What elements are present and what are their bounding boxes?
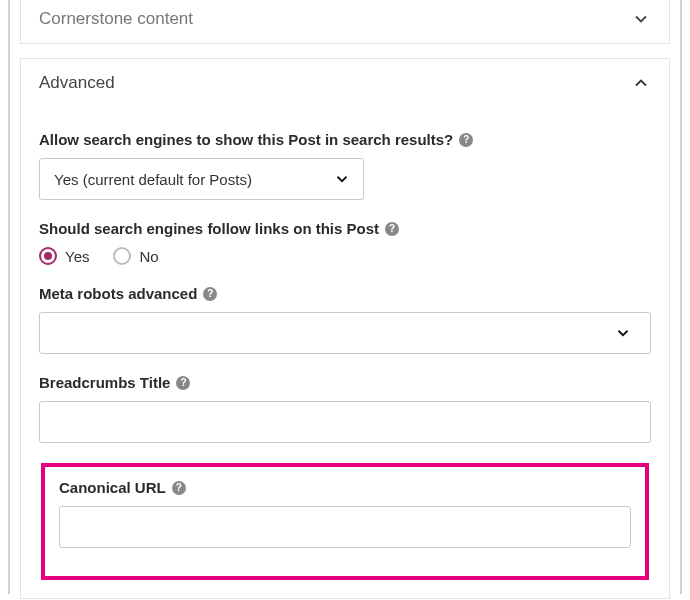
radio-no-text: No	[139, 248, 158, 265]
allow-search-label: Allow search engines to show this Post i…	[39, 131, 453, 148]
allow-search-field: Allow search engines to show this Post i…	[39, 131, 651, 200]
follow-links-label: Should search engines follow links on th…	[39, 220, 379, 237]
help-icon[interactable]: ?	[459, 133, 473, 147]
breadcrumbs-field: Breadcrumbs Title ?	[39, 374, 651, 443]
meta-robots-field: Meta robots advanced ?	[39, 285, 651, 354]
help-icon[interactable]: ?	[172, 481, 186, 495]
advanced-section-title: Advanced	[39, 73, 115, 93]
cornerstone-section-title: Cornerstone content	[39, 9, 193, 29]
help-icon[interactable]: ?	[385, 222, 399, 236]
meta-robots-label: Meta robots advanced	[39, 285, 197, 302]
radio-yes-text: Yes	[65, 248, 89, 265]
breadcrumbs-label: Breadcrumbs Title	[39, 374, 170, 391]
advanced-section-header[interactable]: Advanced	[21, 59, 669, 107]
allow-search-select[interactable]: Yes (current default for Posts)	[39, 158, 364, 200]
help-icon[interactable]: ?	[203, 287, 217, 301]
meta-robots-select[interactable]	[39, 312, 651, 354]
follow-links-radio-no[interactable]: No	[113, 247, 158, 265]
follow-links-field: Should search engines follow links on th…	[39, 220, 651, 265]
canonical-input[interactable]	[59, 506, 631, 548]
allow-search-value: Yes (current default for Posts)	[54, 171, 252, 188]
help-icon[interactable]: ?	[176, 376, 190, 390]
chevron-down-icon	[631, 9, 651, 29]
canonical-field: Canonical URL ?	[59, 479, 631, 548]
chevron-down-icon	[614, 324, 632, 342]
radio-icon	[39, 247, 57, 265]
canonical-label: Canonical URL	[59, 479, 166, 496]
breadcrumbs-input[interactable]	[39, 401, 651, 443]
follow-links-radio-yes[interactable]: Yes	[39, 247, 89, 265]
chevron-up-icon	[631, 73, 651, 93]
cornerstone-section-header[interactable]: Cornerstone content	[21, 0, 669, 43]
canonical-highlight: Canonical URL ?	[41, 463, 649, 580]
radio-icon	[113, 247, 131, 265]
follow-links-radio-group: Yes No	[39, 247, 651, 265]
chevron-down-icon	[333, 170, 351, 188]
